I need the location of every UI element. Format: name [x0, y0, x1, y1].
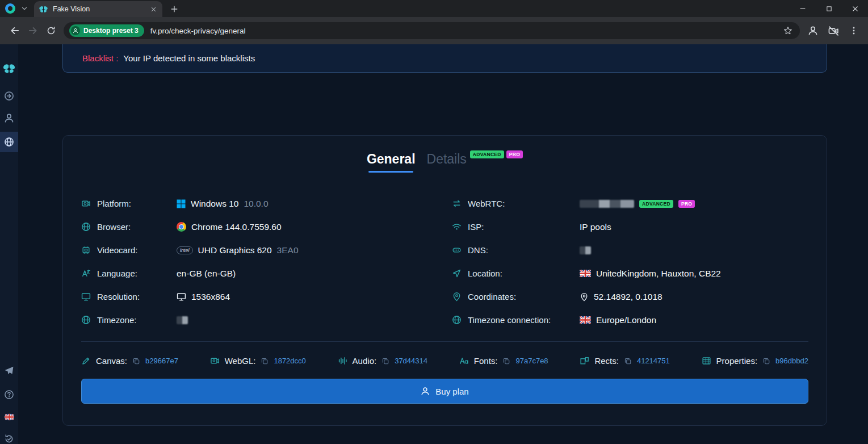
sidebar-item-connections[interactable] — [0, 86, 18, 106]
timezone-redacted-value — [177, 316, 188, 324]
copy-icon[interactable] — [502, 357, 510, 365]
pencil-icon — [81, 356, 91, 366]
tab-details[interactable]: Details ADVANCED PRO — [427, 152, 523, 167]
browser-window: Fake Vision Desktop preset 3 fv.pro/chec… — [0, 0, 868, 444]
sidebar-item-privacy-check[interactable] — [0, 132, 18, 152]
camera-off-icon[interactable] — [825, 22, 842, 39]
platform-label: Platform: — [97, 199, 131, 208]
videocard-chip-icon — [81, 245, 91, 255]
location-value: UnitedKingdom, Hauxton, CB22 — [596, 269, 721, 279]
dns-redacted-value — [580, 246, 591, 254]
webrtc-swap-icon — [452, 199, 462, 208]
isp-label: ISP: — [468, 222, 484, 232]
person-icon — [421, 387, 430, 396]
chrome-logo-icon — [177, 222, 186, 232]
info-column-left: Platform: Windows 1010.0.0 Browser: Chro… — [81, 192, 452, 332]
copy-icon[interactable] — [381, 357, 389, 365]
row-location: Location: UnitedKingdom, Hauxton, CB22 — [452, 262, 808, 285]
resolution-label: Resolution: — [97, 292, 140, 301]
browser-label: Browser: — [97, 222, 131, 232]
menu-kebab-icon[interactable] — [845, 22, 862, 39]
videocard-label: Videocard: — [97, 245, 137, 255]
videocard-value: UHD Graphics 620 — [198, 245, 272, 255]
browser-tab[interactable]: Fake Vision — [34, 1, 162, 17]
audio-label: Audio: — [353, 356, 377, 366]
copy-icon[interactable] — [762, 357, 770, 365]
row-platform: Platform: Windows 1010.0.0 — [81, 192, 452, 215]
row-timezone: Timezone: — [81, 308, 452, 332]
forward-button[interactable] — [24, 22, 42, 40]
resolution-value: 1536x864 — [191, 292, 230, 302]
dns-icon — [452, 245, 462, 255]
copy-icon[interactable] — [261, 357, 269, 365]
tab-search-chevron-icon[interactable] — [19, 3, 30, 14]
coordinates-label: Coordinates: — [468, 292, 516, 301]
preset-badge-label: Desktop preset 3 — [83, 27, 139, 35]
preset-badge[interactable]: Desktop preset 3 — [69, 24, 144, 37]
pro-badge: PRO — [506, 150, 523, 158]
wifi-icon — [452, 222, 462, 232]
rects-hash: 41214751 — [637, 357, 670, 365]
bookmark-star-icon[interactable] — [782, 24, 794, 37]
sidebar-telegram-icon[interactable] — [0, 361, 18, 380]
row-browser: Browser: Chrome 144.0.7559.60 — [81, 215, 452, 238]
row-isp: ISP: IP pools — [452, 215, 808, 238]
timezone-label: Timezone: — [97, 315, 136, 325]
maximize-button[interactable] — [816, 0, 842, 17]
close-button[interactable] — [842, 0, 868, 17]
title-bar: Fake Vision — [0, 0, 868, 17]
blacklist-text: Your IP detected in some blacklists — [123, 53, 255, 63]
intel-brand-badge: intel — [177, 246, 193, 254]
card-divider — [81, 341, 808, 342]
sidebar-butterfly-logo[interactable] — [0, 59, 18, 78]
sidebar-language-flag-icon[interactable] — [0, 407, 18, 426]
hash-webgl: WebGL: 1872dcc0 — [210, 356, 306, 366]
properties-label: Properties: — [716, 356, 758, 366]
tab-close-icon[interactable] — [149, 5, 158, 14]
hash-fonts: Fonts: 97a7c7e8 — [459, 356, 548, 366]
reload-button[interactable] — [42, 22, 60, 40]
tab-general[interactable]: General — [367, 152, 416, 173]
address-bar[interactable]: Desktop preset 3 fv.pro/check-privacy/ge… — [64, 22, 800, 39]
rects-label: Rects: — [594, 356, 619, 366]
sidebar-recheck-icon[interactable] — [0, 429, 18, 444]
webgl-hash: 1872dcc0 — [274, 357, 305, 365]
profile-avatar-icon[interactable] — [804, 22, 821, 39]
webrtc-redacted-ip — [580, 200, 634, 208]
incognito-person-icon — [71, 26, 80, 35]
timezone-connection-value: Europe/London — [596, 315, 656, 325]
monitor-icon — [177, 292, 186, 301]
fonts-hash: 97a7c7e8 — [515, 357, 548, 365]
back-button[interactable] — [6, 22, 24, 40]
minimize-button[interactable] — [790, 0, 816, 17]
row-language: Language: en-GB (en-GB) — [81, 262, 452, 285]
location-label: Location: — [468, 269, 502, 278]
sidebar-help-icon[interactable] — [0, 385, 18, 404]
webrtc-pro-badge: PRO — [678, 200, 695, 208]
new-tab-button[interactable] — [167, 2, 182, 16]
card-tabs: General Details ADVANCED PRO — [81, 152, 808, 173]
webgl-label: WebGL: — [225, 356, 256, 366]
canvas-label: Canvas: — [96, 356, 127, 366]
uk-flag-icon — [580, 270, 591, 277]
language-icon — [81, 269, 91, 278]
copy-icon[interactable] — [132, 357, 140, 365]
tab-title: Fake Vision — [53, 5, 149, 13]
privacy-check-card: General Details ADVANCED PRO — [62, 135, 827, 426]
copy-icon[interactable] — [624, 357, 632, 365]
browser-globe-icon — [81, 222, 91, 232]
sidebar-item-profile[interactable] — [0, 108, 18, 128]
language-label: Language: — [97, 269, 137, 278]
rects-icon — [580, 356, 589, 366]
row-coordinates: Coordinates: 52.14892, 0.1018 — [452, 285, 808, 308]
info-grid: Platform: Windows 1010.0.0 Browser: Chro… — [81, 192, 808, 332]
fonts-aa-icon — [459, 356, 469, 366]
buy-plan-button[interactable]: Buy plan — [81, 379, 808, 404]
tab-general-label: General — [367, 152, 416, 166]
tab-general-underline — [368, 171, 413, 173]
advanced-badge: ADVANCED — [470, 150, 504, 158]
browser-value: Chrome 144.0.7559.60 — [191, 222, 282, 232]
butterfly-favicon — [39, 5, 48, 14]
row-webrtc: WebRTC: ADVANCEDPRO — [452, 192, 808, 215]
canvas-hash: b29667e7 — [145, 357, 178, 365]
